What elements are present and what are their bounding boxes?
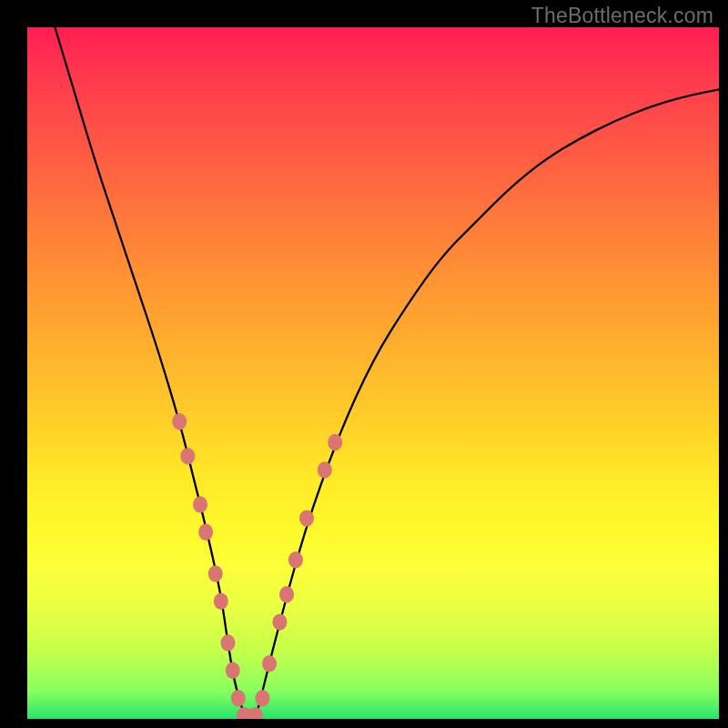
marker-point [279,586,294,602]
marker-point [198,524,213,541]
marker-point [272,613,287,630]
marker-point [214,593,228,610]
bottleneck-curve [55,27,719,719]
marker-point [255,690,269,706]
marker-point [328,434,342,450]
marker-point [193,496,207,512]
chart-frame: TheBottleneck.com [0,0,728,728]
marker-point [226,662,240,679]
chart-svg [27,27,719,719]
marker-point [231,690,246,706]
marker-point [299,510,314,526]
plot-area [27,27,719,719]
highlight-markers [172,413,342,719]
marker-point [220,634,235,651]
watermark-text: TheBottleneck.com [531,4,713,28]
marker-point [208,565,223,581]
marker-point [318,461,332,478]
marker-point [288,551,303,568]
marker-point [180,448,195,464]
marker-point [172,413,187,430]
marker-point [262,655,277,672]
